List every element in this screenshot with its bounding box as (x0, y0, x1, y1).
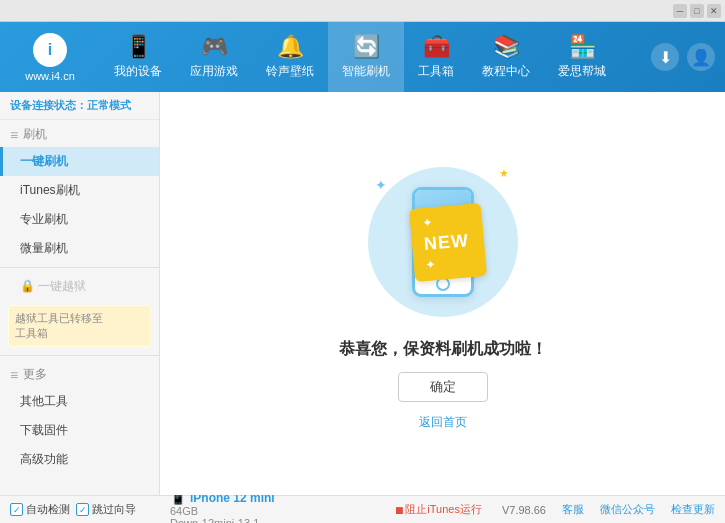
user-button[interactable]: 👤 (687, 43, 715, 71)
back-to-home-link[interactable]: 返回首页 (419, 414, 467, 431)
smart-flash-icon: 🔄 (353, 34, 380, 60)
new-badge: ✦ NEW ✦ (408, 203, 486, 282)
toolbox-icon: 🧰 (423, 34, 450, 60)
status-label: 设备连接状态： (10, 99, 87, 111)
connection-status: 设备连接状态：正常模式 (0, 92, 159, 120)
bottom-bar: 自动检测 跳过向导 📱 iPhone 12 mini 64GB Down-12m… (0, 495, 725, 523)
check-update-link[interactable]: 检查更新 (671, 502, 715, 517)
logo-icon: i (33, 33, 67, 67)
close-button[interactable]: ✕ (707, 4, 721, 18)
device-storage: 64GB (170, 505, 374, 517)
confirm-button[interactable]: 确定 (398, 372, 488, 402)
beloved-city-icon: 🏪 (569, 34, 596, 60)
my-device-icon: 📱 (125, 34, 152, 60)
ringtone-icon: 🔔 (277, 34, 304, 60)
nav-ringtone[interactable]: 🔔 铃声壁纸 (252, 22, 328, 92)
sidebar-data-flash[interactable]: 微量刷机 (0, 234, 159, 263)
sidebar-divider-2 (0, 355, 159, 356)
jailbreak-note: 越狱工具已转移至 工具箱 (8, 305, 151, 347)
more-section-label: 更多 (23, 366, 47, 383)
nav-smart-flash-label: 智能刷机 (342, 63, 390, 80)
wizard-label: 跳过向导 (92, 502, 136, 517)
header: i www.i4.cn 📱 我的设备 🎮 应用游戏 🔔 铃声壁纸 🔄 智能刷机 … (0, 22, 725, 92)
lock-icon: 🔒 (20, 279, 38, 293)
stop-itunes[interactable]: ⏹ 阻止iTunes运行 (384, 502, 492, 517)
nav-tutorial[interactable]: 📚 教程中心 (468, 22, 544, 92)
nav-tutorial-label: 教程中心 (482, 63, 530, 80)
app-game-icon: 🎮 (201, 34, 228, 60)
more-section-icon: ≡ (10, 367, 18, 383)
nav-app-game-label: 应用游戏 (190, 63, 238, 80)
sidebar-advanced[interactable]: 高级功能 (0, 445, 159, 474)
tutorial-icon: 📚 (493, 34, 520, 60)
minimize-button[interactable]: ─ (673, 4, 687, 18)
logo-website: www.i4.cn (25, 70, 75, 82)
logo-area: i www.i4.cn (0, 22, 100, 92)
restore-button[interactable]: □ (690, 4, 704, 18)
star-left-icon: ✦ (375, 177, 387, 193)
stop-icon: ⏹ (394, 504, 405, 516)
customer-service-link[interactable]: 客服 (562, 502, 584, 517)
nav-beloved-city[interactable]: 🏪 爱思帮城 (544, 22, 620, 92)
star-right-icon: ★ (499, 167, 509, 180)
nav-smart-flash[interactable]: 🔄 智能刷机 (328, 22, 404, 92)
content-area: ✦ ★ ✦ NEW ✦ 恭喜您，保资料刷机成功啦！ 确定 返回首页 (160, 92, 725, 495)
nav-beloved-city-label: 爱思帮城 (558, 63, 606, 80)
auto-mode-label: 自动检测 (26, 502, 70, 517)
auto-mode-checkbox[interactable]: 自动检测 (10, 502, 70, 517)
sidebar-one-key-flash[interactable]: 一键刷机 (0, 147, 159, 176)
device-model: Down-12mini-13,1 (170, 517, 374, 523)
bottom-left: 自动检测 跳过向导 (0, 502, 160, 517)
download-button[interactable]: ⬇ (651, 43, 679, 71)
nav-items: 📱 我的设备 🎮 应用游戏 🔔 铃声壁纸 🔄 智能刷机 🧰 工具箱 📚 教程中心… (100, 22, 651, 92)
success-message: 恭喜您，保资料刷机成功啦！ (339, 339, 547, 360)
jailbreak-note-line2: 工具箱 (15, 326, 144, 341)
nav-toolbox-label: 工具箱 (418, 63, 454, 80)
phone-shape-container: ✦ NEW ✦ (412, 187, 474, 297)
status-value: 正常模式 (87, 99, 131, 111)
wechat-public-link[interactable]: 微信公众号 (600, 502, 655, 517)
bottom-right: V7.98.66 客服 微信公众号 检查更新 (492, 502, 725, 517)
sidebar: 设备连接状态：正常模式 ≡ 刷机 一键刷机 iTunes刷机 专业刷机 微量刷机… (0, 92, 160, 495)
phone-illustration: ✦ ★ ✦ NEW ✦ (363, 157, 523, 327)
flash-section-header: ≡ 刷机 (0, 120, 159, 147)
sidebar-itunes-flash[interactable]: iTunes刷机 (0, 176, 159, 205)
main-area: 设备连接状态：正常模式 ≡ 刷机 一键刷机 iTunes刷机 专业刷机 微量刷机… (0, 92, 725, 495)
nav-right-buttons: ⬇ 👤 (651, 43, 725, 71)
nav-toolbox[interactable]: 🧰 工具箱 (404, 22, 468, 92)
nav-ringtone-label: 铃声壁纸 (266, 63, 314, 80)
auto-mode-checkbox-box[interactable] (10, 503, 23, 516)
nav-my-device[interactable]: 📱 我的设备 (100, 22, 176, 92)
content-center: ✦ ★ ✦ NEW ✦ 恭喜您，保资料刷机成功啦！ 确定 返回首页 (339, 157, 547, 431)
wizard-checkbox-box[interactable] (76, 503, 89, 516)
nav-app-game[interactable]: 🎮 应用游戏 (176, 22, 252, 92)
more-section-header: ≡ 更多 (0, 360, 159, 387)
title-bar: ─ □ ✕ (0, 0, 725, 22)
wizard-checkbox[interactable]: 跳过向导 (76, 502, 136, 517)
version-text: V7.98.66 (502, 504, 546, 516)
sidebar-other-tools[interactable]: 其他工具 (0, 387, 159, 416)
sidebar-divider-1 (0, 267, 159, 268)
jailbreak-note-line1: 越狱工具已转移至 (15, 311, 144, 326)
sidebar-pro-flash[interactable]: 专业刷机 (0, 205, 159, 234)
sidebar-download-firmware[interactable]: 下载固件 (0, 416, 159, 445)
flash-section-icon: ≡ (10, 127, 18, 143)
flash-section-label: 刷机 (23, 126, 47, 143)
nav-my-device-label: 我的设备 (114, 63, 162, 80)
jailbreak-section-header: 🔒 一键越狱 (0, 272, 159, 301)
